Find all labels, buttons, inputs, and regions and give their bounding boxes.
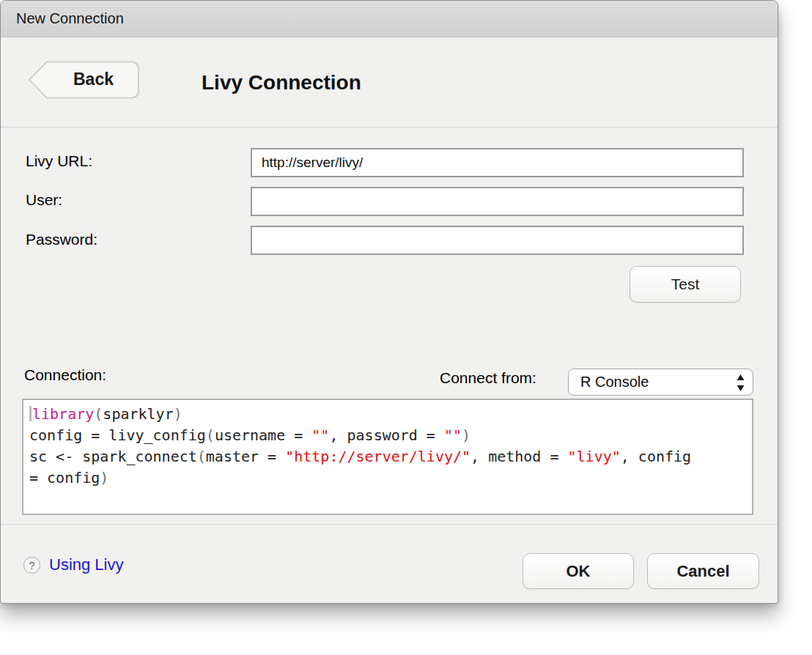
connect-from-label: Connect from: bbox=[440, 369, 536, 387]
password-input[interactable] bbox=[251, 226, 744, 255]
using-livy-link[interactable]: Using Livy bbox=[49, 555, 123, 574]
window-title: New Connection bbox=[16, 10, 124, 27]
footer-divider bbox=[1, 524, 778, 525]
code-preview[interactable]: library(sparklyr)config = livy_config(us… bbox=[22, 399, 753, 515]
header-divider bbox=[1, 127, 778, 127]
connect-from-select[interactable]: R Console bbox=[568, 369, 753, 396]
user-input[interactable] bbox=[251, 187, 744, 216]
text-cursor bbox=[29, 406, 32, 421]
help-icon[interactable]: ? bbox=[23, 557, 40, 574]
window-titlebar[interactable]: New Connection bbox=[1, 1, 778, 37]
back-button-label: Back bbox=[47, 61, 140, 99]
back-button[interactable]: Back bbox=[28, 61, 140, 99]
select-arrows-icon bbox=[736, 374, 745, 392]
cancel-button[interactable]: Cancel bbox=[647, 553, 759, 589]
ok-button[interactable]: OK bbox=[523, 553, 634, 589]
page-title: Livy Connection bbox=[202, 71, 361, 95]
user-label: User: bbox=[26, 191, 62, 209]
test-button[interactable]: Test bbox=[630, 266, 741, 303]
connection-label: Connection: bbox=[24, 366, 106, 384]
password-label: Password: bbox=[26, 231, 97, 248]
livy-url-input[interactable] bbox=[251, 148, 744, 177]
livy-url-label: Livy URL: bbox=[26, 152, 92, 170]
new-connection-dialog: New Connection Back Livy Connection Livy… bbox=[0, 0, 778, 604]
connect-from-selected-value: R Console bbox=[580, 374, 649, 391]
